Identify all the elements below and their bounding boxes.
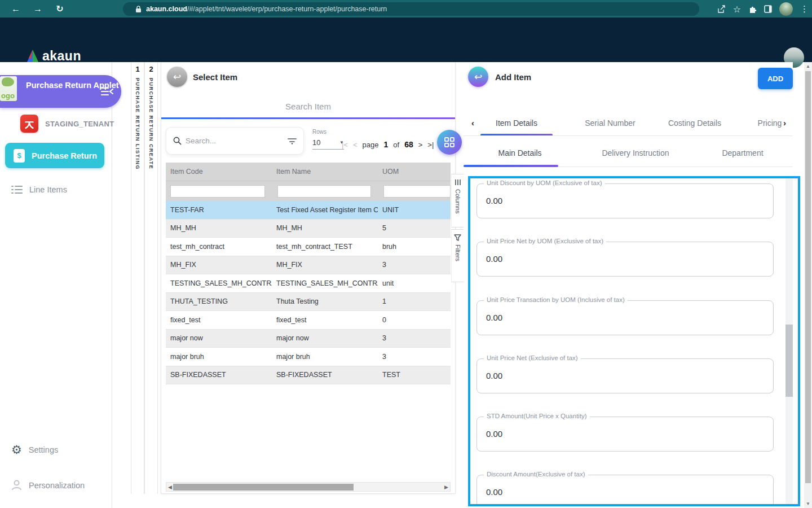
last-page-button[interactable]: >| <box>427 141 434 149</box>
page-scroll-thumb[interactable] <box>805 71 811 483</box>
columns-side-tab[interactable]: Columns <box>451 174 464 227</box>
cell-code: SB-FIXEDASSET <box>166 371 272 379</box>
table-row[interactable]: test_mh_contracttest_mh_contract_TESTbru… <box>166 238 451 256</box>
filters-side-tab[interactable]: Filters <box>451 229 464 282</box>
sidebar-item-personalization[interactable]: Personalization <box>11 480 85 491</box>
first-page-button[interactable]: |< <box>342 141 348 149</box>
column-header-item-code[interactable]: Item Code <box>166 168 272 176</box>
sidebar-item-tenant[interactable]: STAGING_TENANT <box>20 115 114 133</box>
browser-back-icon[interactable]: ← <box>9 2 23 16</box>
search-input[interactable]: Search... <box>166 127 304 155</box>
field-unit-price-net-by-uom-exclusive-of-tax[interactable]: Unit Price Net by UOM (Exclusive of tax)… <box>476 242 774 277</box>
applet-banner[interactable]: ogo Purchase Return Applet <box>0 75 121 108</box>
filter-input-uom[interactable] <box>383 185 451 198</box>
tenant-label: STAGING_TENANT <box>45 120 114 128</box>
field-discount-amount-exclusive-of-tax[interactable]: Discount Amount(Exclusive of tax)0.00 <box>476 475 774 506</box>
table-row[interactable]: THUTA_TESTINGThuta Testing1 <box>166 293 451 312</box>
sidebar-item-purchase-return[interactable]: $ Purchase Return <box>5 143 104 168</box>
sidebar-collapse-icon[interactable] <box>99 83 116 100</box>
field-label: Unit Price Net by UOM (Exclusive of tax) <box>484 238 606 244</box>
workflow-tab-label: PURCHASE RETURN LISTING <box>135 78 140 170</box>
browser-menu-dots-icon[interactable]: ⋮ <box>800 4 809 14</box>
grid-view-button[interactable] <box>437 130 462 155</box>
active-tab-underline <box>480 134 553 136</box>
scroll-right-icon[interactable]: ▶ <box>444 484 448 490</box>
bookmark-star-icon[interactable]: ☆ <box>733 4 741 15</box>
table-row[interactable]: TESTING_SALES_MH_CONTRACTTESTING_SALES_M… <box>166 274 451 293</box>
panel-scroll-thumb[interactable] <box>785 325 793 397</box>
applet-logo: ogo <box>0 76 17 101</box>
share-icon[interactable] <box>717 5 726 14</box>
table-row[interactable]: TEST-FARTest Fixed Asset Register Item C… <box>166 201 451 220</box>
field-label: STD Amount(Unit Price x Quantity) <box>484 413 590 419</box>
workflow-tab-purchase-return-create[interactable]: 2 PURCHASE RETURN CREATE <box>144 62 158 494</box>
horizontal-scrollbar[interactable]: ◀ ▶ <box>166 482 451 492</box>
table-row[interactable]: major bruhmajor bruh3 <box>166 348 451 366</box>
columns-tab-label: Columns <box>454 189 461 213</box>
tab-costing-details[interactable]: Costing Details <box>652 119 737 128</box>
column-header-item-name[interactable]: Item Name <box>272 168 378 176</box>
table-row[interactable]: major nowmajor now3 <box>166 330 451 348</box>
table-row[interactable]: MH_FIXMH_FIX3 <box>166 256 451 275</box>
add-button[interactable]: ADD <box>758 68 793 89</box>
cell-name: MH_FIX <box>272 261 378 269</box>
cell-code: THUTA_TESTING <box>166 297 272 305</box>
filter-input-item-name[interactable] <box>277 185 371 198</box>
sidebar: ogo Purchase Return Applet STAGING_TENAN… <box>0 62 112 508</box>
browser-forward-icon[interactable]: → <box>31 2 45 16</box>
back-button[interactable]: ↩ <box>468 67 488 87</box>
field-unit-price-transaction-by-uom-inclusive-of-tax[interactable]: Unit Price Transaction by UOM (Inclusive… <box>476 300 774 335</box>
tab-serial-number[interactable]: Serial Number <box>568 119 652 128</box>
column-header-uom[interactable]: UOM <box>378 168 451 176</box>
total-pages: 68 <box>404 140 413 149</box>
table-row[interactable]: MH_MHMH_MH5 <box>166 220 451 238</box>
panel-scrollbar[interactable] <box>785 178 793 504</box>
tab-item-details[interactable]: Item Details <box>480 119 553 128</box>
rows-per-page-select[interactable]: Rows 10 ▼ <box>312 129 345 147</box>
side-panel-icon[interactable] <box>764 5 772 13</box>
filters-tab-label: Filters <box>454 244 461 261</box>
field-unit-price-net-exclusive-of-tax[interactable]: Unit Price Net (Exclusive of tax)0.00 <box>476 358 774 393</box>
field-label: Unit Price Net (Exclusive of tax) <box>484 354 581 361</box>
prev-page-button[interactable]: < <box>353 141 358 149</box>
subtab-department[interactable]: Department <box>706 148 779 157</box>
page-scrollbar[interactable]: ▲ ▼ <box>804 62 812 508</box>
next-page-button[interactable]: > <box>418 141 423 149</box>
table-row[interactable]: fixed_testfixed_test0 <box>166 311 451 330</box>
sidebar-item-settings[interactable]: ⚙ Settings <box>11 444 58 456</box>
field-value: 0.00 <box>486 254 502 264</box>
field-std-amount-unit-price-x-quantity[interactable]: STD Amount(Unit Price x Quantity)0.00 <box>476 417 774 452</box>
subtab-main-details[interactable]: Main Details <box>480 148 559 157</box>
tabs-scroll-left-icon[interactable]: ‹ <box>471 118 474 128</box>
browser-reload-icon[interactable]: ↻ <box>53 2 67 16</box>
sidebar-item-line-items[interactable]: Line Items <box>11 185 67 194</box>
field-value: 0.00 <box>486 196 502 205</box>
cell-uom: 3 <box>378 261 451 269</box>
cell-code: TESTING_SALES_MH_CONTRACT <box>166 279 272 287</box>
field-label: Unit Price Transaction by UOM (Inclusive… <box>484 296 628 303</box>
extensions-puzzle-icon[interactable] <box>748 5 757 14</box>
field-value: 0.00 <box>486 313 502 322</box>
cell-uom: bruh <box>378 243 451 251</box>
subtab-delivery-instruction[interactable]: Delivery Instruction <box>588 148 683 157</box>
pagination: |< < page 1 of 68 > >| <box>342 140 434 149</box>
workflow-tab-purchase-return-listing[interactable]: 1 PURCHASE RETURN LISTING <box>131 62 144 494</box>
tune-filter-icon[interactable] <box>288 137 297 144</box>
cell-uom: 3 <box>378 334 451 342</box>
scroll-down-icon[interactable]: ▼ <box>804 501 812 506</box>
back-button[interactable]: ↩ <box>167 67 187 87</box>
table-row[interactable]: SB-FIXEDASSETSB-FIXEDASSETTEST <box>166 366 451 385</box>
akaun-triangle-icon <box>26 49 39 64</box>
filter-input-item-code[interactable] <box>170 185 265 198</box>
browser-profile-avatar[interactable] <box>779 2 793 16</box>
cell-uom: 3 <box>378 353 451 361</box>
tabs-scroll-right-icon[interactable]: › <box>783 118 786 128</box>
address-bar[interactable]: akaun.cloud/#/applet/tnt/wavelet/erp/pur… <box>123 2 699 16</box>
select-item-title: Select Item <box>193 72 237 82</box>
scroll-up-icon[interactable]: ▲ <box>804 64 812 69</box>
field-unit-discount-by-uom-exclusive-of-tax[interactable]: Unit Discount by UOM (Exclusive of tax)0… <box>476 183 774 218</box>
cell-code: major now <box>166 334 272 342</box>
horizontal-scroll-thumb[interactable] <box>173 484 354 491</box>
field-value: 0.00 <box>486 429 502 439</box>
scroll-left-icon[interactable]: ◀ <box>168 484 172 490</box>
